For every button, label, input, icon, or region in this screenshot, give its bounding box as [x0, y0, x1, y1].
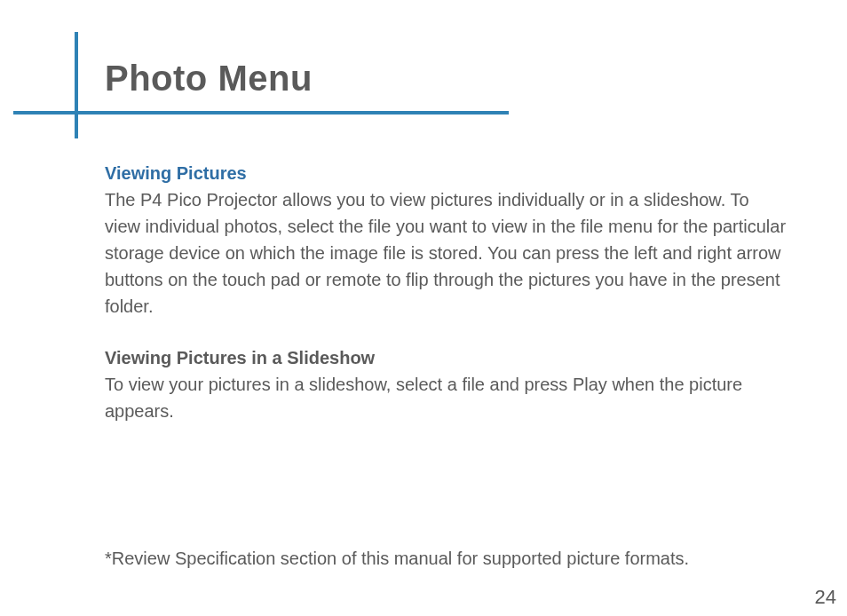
horizontal-rule: [13, 111, 509, 115]
section-heading-2: Viewing Pictures in a Slideshow: [105, 344, 788, 371]
vertical-rule: [75, 32, 78, 138]
section-body-1: The P4 Pico Projector allows you to view…: [105, 186, 788, 320]
page-number: 24: [815, 586, 836, 609]
footnote: *Review Specification section of this ma…: [105, 549, 788, 569]
page-title: Photo Menu: [105, 59, 313, 99]
section-body-2: To view your pictures in a slideshow, se…: [105, 371, 788, 424]
body-content: Viewing Pictures The P4 Pico Projector a…: [105, 160, 788, 424]
section-heading-1: Viewing Pictures: [105, 160, 788, 186]
page-container: Photo Menu Viewing Pictures The P4 Pico …: [0, 0, 847, 616]
